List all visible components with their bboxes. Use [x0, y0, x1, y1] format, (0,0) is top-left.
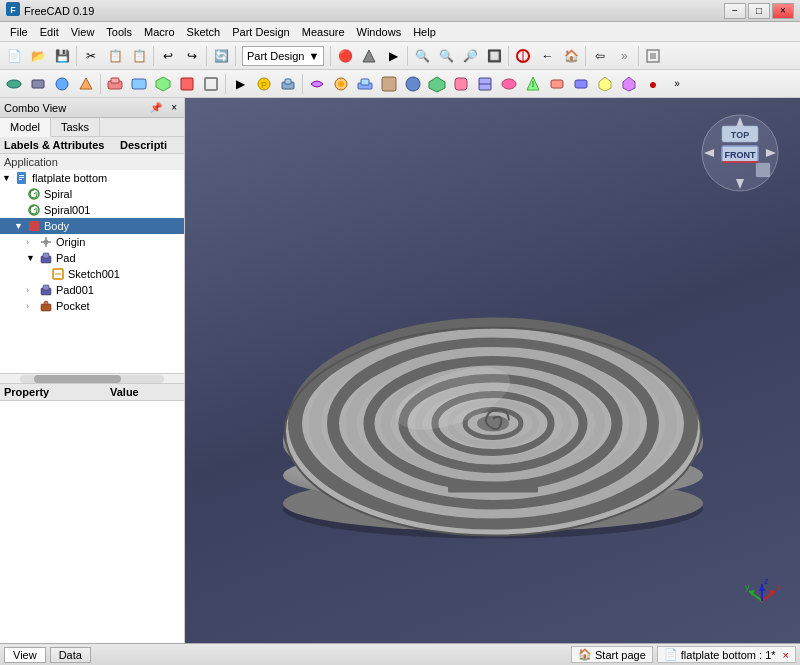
tree-item-pad001[interactable]: › Pad001 — [0, 282, 184, 298]
toggle-origin[interactable]: › — [26, 237, 38, 247]
tree-item-spiral[interactable]: Spiral — [0, 186, 184, 202]
pd-btn-12[interactable] — [277, 73, 299, 95]
data-tab[interactable]: Data — [50, 647, 91, 663]
tb-btn-8[interactable] — [512, 45, 534, 67]
pad-icon — [38, 251, 54, 265]
doc-tab-label: flatplate bottom : 1* — [681, 649, 776, 661]
redo-button[interactable]: ↪ — [181, 45, 203, 67]
menu-part-design[interactable]: Part Design — [226, 24, 295, 40]
pad001-icon — [38, 283, 54, 297]
pd-btn-25[interactable] — [594, 73, 616, 95]
pd-btn-18[interactable] — [426, 73, 448, 95]
maximize-button[interactable]: □ — [748, 3, 770, 19]
pd-btn-23[interactable] — [546, 73, 568, 95]
tree-item-body[interactable]: ▼ Body — [0, 218, 184, 234]
toggle-pad001[interactable]: › — [26, 285, 38, 295]
pd-btn-20[interactable] — [474, 73, 496, 95]
pd-btn-6[interactable] — [128, 73, 150, 95]
combo-view-close[interactable]: × — [168, 102, 180, 113]
tree-scrollbar[interactable] — [0, 373, 184, 383]
close-button[interactable]: × — [772, 3, 794, 19]
paste-button[interactable]: 📋 — [128, 45, 150, 67]
doc-close-icon[interactable]: × — [783, 649, 789, 661]
tree-item-flatplate[interactable]: ▼ flatplate bottom — [0, 170, 184, 186]
pd-btn-5[interactable] — [104, 73, 126, 95]
doc-tab-item[interactable]: 📄 flatplate bottom : 1* × — [657, 646, 796, 663]
copy-button[interactable]: 📋 — [104, 45, 126, 67]
pd-btn-19[interactable] — [450, 73, 472, 95]
pd-btn-2[interactable] — [27, 73, 49, 95]
menu-help[interactable]: Help — [407, 24, 442, 40]
pd-btn-24[interactable] — [570, 73, 592, 95]
tb-btn-11[interactable]: ⇦ — [589, 45, 611, 67]
save-button[interactable]: 💾 — [51, 45, 73, 67]
workbench-dropdown[interactable]: Part Design ▼ — [242, 46, 324, 66]
pd-btn-1[interactable] — [3, 73, 25, 95]
tb-btn-13[interactable] — [642, 45, 664, 67]
tb-btn-1[interactable]: 🔴 — [334, 45, 356, 67]
pd-btn-more[interactable]: » — [666, 73, 688, 95]
pd-btn-16[interactable] — [378, 73, 400, 95]
tree-item-spiral001[interactable]: Spiral001 — [0, 202, 184, 218]
pd-btn-27[interactable]: ● — [642, 73, 664, 95]
sep8 — [585, 46, 586, 66]
tab-model[interactable]: Model — [0, 118, 51, 137]
tb-btn-6[interactable]: 🔎 — [459, 45, 481, 67]
view-tab[interactable]: View — [4, 647, 46, 663]
menu-sketch[interactable]: Sketch — [181, 24, 227, 40]
tb-btn-4[interactable]: 🔍 — [411, 45, 433, 67]
svg-text:y: y — [745, 582, 750, 592]
tb-btn-2[interactable] — [358, 45, 380, 67]
cut-button[interactable]: ✂ — [80, 45, 102, 67]
menu-macro[interactable]: Macro — [138, 24, 181, 40]
toolbar1: 📄 📂 💾 ✂ 📋 📋 ↩ ↪ 🔄 Part Design ▼ 🔴 ▶ 🔍 🔍 … — [0, 42, 800, 70]
nav-cube[interactable]: TOP FRONT — [700, 113, 780, 193]
toggle-body[interactable]: ▼ — [14, 221, 26, 231]
toggle-flatplate[interactable]: ▼ — [2, 173, 14, 183]
pd-btn-4[interactable] — [75, 73, 97, 95]
pd-btn-7[interactable] — [152, 73, 174, 95]
pd-btn-13[interactable] — [306, 73, 328, 95]
pd-sep1 — [100, 74, 101, 94]
toggle-pad[interactable]: ▼ — [26, 253, 38, 263]
menu-edit[interactable]: Edit — [34, 24, 65, 40]
start-page-item[interactable]: 🏠 Start page — [571, 646, 653, 663]
tb-btn-3[interactable]: ▶ — [382, 45, 404, 67]
combo-view-pin[interactable]: 📌 — [147, 102, 165, 113]
open-button[interactable]: 📂 — [27, 45, 49, 67]
pd-btn-9[interactable] — [200, 73, 222, 95]
refresh-button[interactable]: 🔄 — [210, 45, 232, 67]
tree-item-origin[interactable]: › Origin — [0, 234, 184, 250]
pd-btn-22[interactable] — [522, 73, 544, 95]
sep4 — [235, 46, 236, 66]
pd-btn-26[interactable] — [618, 73, 640, 95]
new-button[interactable]: 📄 — [3, 45, 25, 67]
tb-btn-7[interactable]: 🔲 — [483, 45, 505, 67]
tree-item-sketch001[interactable]: Sketch001 — [0, 266, 184, 282]
pd-btn-14[interactable] — [330, 73, 352, 95]
viewport[interactable]: TOP FRONT — [185, 98, 800, 643]
pd-btn-11[interactable]: P — [253, 73, 275, 95]
tree-item-pad[interactable]: ▼ Pad — [0, 250, 184, 266]
tab-tasks[interactable]: Tasks — [51, 118, 100, 136]
menu-measure[interactable]: Measure — [296, 24, 351, 40]
menu-tools[interactable]: Tools — [100, 24, 138, 40]
menu-view[interactable]: View — [65, 24, 101, 40]
pd-btn-21[interactable] — [498, 73, 520, 95]
minimize-button[interactable]: − — [724, 3, 746, 19]
pd-btn-17[interactable] — [402, 73, 424, 95]
toggle-pocket[interactable]: › — [26, 301, 38, 311]
pd-btn-10[interactable]: ▶ — [229, 73, 251, 95]
menu-file[interactable]: File — [4, 24, 34, 40]
pd-btn-8[interactable] — [176, 73, 198, 95]
tree-item-pocket[interactable]: › Pocket — [0, 298, 184, 314]
tb-btn-9[interactable]: ← — [536, 45, 558, 67]
tb-btn-5[interactable]: 🔍 — [435, 45, 457, 67]
tb-btn-10[interactable]: 🏠 — [560, 45, 582, 67]
pd-btn-3[interactable] — [51, 73, 73, 95]
tb-btn-12[interactable]: » — [613, 45, 635, 67]
undo-button[interactable]: ↩ — [157, 45, 179, 67]
menu-windows[interactable]: Windows — [351, 24, 408, 40]
pd-btn-15[interactable] — [354, 73, 376, 95]
toolbar2: ▶ P ● » — [0, 70, 800, 98]
